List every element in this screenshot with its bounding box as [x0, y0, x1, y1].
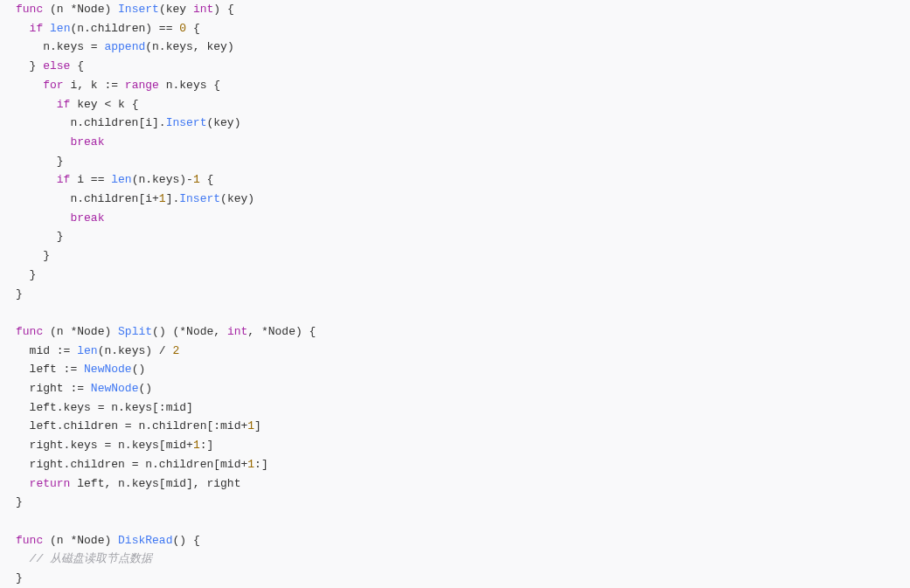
code-token: } [16, 59, 43, 73]
code-token: (key [159, 3, 193, 16]
code-token: // 从磁盘读取节点数据 [16, 552, 152, 565]
code-token: append [104, 40, 145, 53]
code-line[interactable]: break [16, 211, 104, 225]
code-line[interactable]: if i == len(n.keys)-1 { [16, 173, 213, 186]
code-token: n.keys [16, 40, 91, 53]
code-token [43, 22, 50, 35]
code-token [84, 382, 91, 395]
code-token: left, n.keys[mid], right [70, 477, 240, 490]
code-line[interactable]: left.children = n.children[:mid+1] [16, 419, 261, 432]
code-token: else [43, 59, 70, 73]
code-token: + [186, 439, 193, 452]
code-token: left.keys [16, 401, 98, 414]
code-token: = [91, 40, 98, 53]
code-token: func [16, 534, 43, 547]
code-token: Insert [118, 3, 159, 16]
code-line[interactable]: break [16, 135, 104, 149]
code-token: - [186, 173, 193, 186]
code-token: ] [254, 419, 261, 432]
code-token: Insert [179, 192, 220, 205]
code-token [16, 79, 43, 92]
code-token: } [16, 495, 23, 508]
code-line[interactable]: } [16, 287, 23, 301]
code-token: (n.keys) [98, 344, 159, 357]
code-line[interactable]: right.children = n.children[mid+1:] [16, 458, 268, 471]
code-token: n.children[i [16, 192, 152, 205]
code-token: Split [118, 325, 152, 338]
code-token: Node, [186, 325, 227, 338]
code-token [118, 79, 125, 92]
code-line[interactable]: right := NewNode() [16, 382, 152, 395]
code-token: i [70, 173, 90, 186]
code-token: n.children[mid [138, 458, 240, 471]
code-token: func [16, 325, 43, 338]
code-token: Node) [77, 325, 118, 338]
code-line[interactable]: } [16, 268, 36, 281]
code-token: mid [16, 344, 57, 357]
code-token: n.keys { [159, 79, 220, 92]
code-line[interactable]: right.keys = n.keys[mid+1:] [16, 439, 213, 452]
code-token: DiskRead [118, 534, 172, 547]
code-token: n.keys[:mid] [104, 401, 192, 414]
code-token: left [16, 363, 64, 376]
code-line[interactable]: left := NewNode() [16, 363, 145, 376]
code-token: { [186, 22, 200, 35]
code-token [16, 98, 57, 111]
code-line[interactable]: func (n *Node) DiskRead() { [16, 534, 200, 547]
code-line[interactable]: return left, n.keys[mid], right [16, 477, 240, 490]
code-token: == [91, 173, 105, 186]
code-token [16, 173, 57, 186]
code-token: if [30, 22, 44, 35]
code-line[interactable]: } [16, 249, 50, 262]
code-line[interactable]: n.children[i].Insert(key) [16, 116, 240, 129]
code-token: if [57, 98, 71, 111]
code-token: + [152, 192, 159, 205]
code-token: return [30, 477, 71, 490]
code-token: :] [254, 458, 268, 471]
code-line[interactable]: n.children[i+1].Insert(key) [16, 192, 254, 205]
code-token: () { [172, 534, 199, 547]
code-line[interactable]: // 从磁盘读取节点数据 [16, 552, 152, 565]
code-token: } [16, 287, 23, 301]
code-token: * [179, 325, 186, 338]
code-token: () ( [152, 325, 179, 338]
code-block[interactable]: func (n *Node) Insert(key int) { if len(… [0, 0, 910, 588]
code-line[interactable]: } [16, 571, 23, 585]
code-line[interactable]: for i, k := range n.keys { [16, 79, 220, 92]
code-line[interactable]: mid := len(n.keys) / 2 [16, 344, 179, 357]
code-token: } [16, 230, 64, 243]
code-token: NewNode [84, 363, 132, 376]
code-token [16, 22, 30, 35]
code-token: right.keys [16, 439, 104, 452]
code-line[interactable]: left.keys = n.keys[:mid] [16, 401, 193, 414]
code-token: 0 [179, 22, 186, 35]
code-line[interactable]: if len(n.children) == 0 { [16, 22, 200, 35]
code-token: NewNode [91, 382, 139, 395]
code-line[interactable]: func (n *Node) Split() (*Node, int, *Nod… [16, 325, 316, 338]
code-token: = [125, 419, 132, 432]
code-line[interactable]: if key < k { [16, 98, 138, 111]
code-token: Node) [77, 3, 118, 16]
code-token: 1 [247, 419, 254, 432]
code-token: () [132, 363, 146, 376]
code-token: int [227, 325, 247, 338]
code-token [16, 477, 30, 490]
code-token: 2 [172, 344, 179, 357]
code-token: } [16, 571, 23, 585]
code-token: 1 [159, 192, 166, 205]
code-line[interactable]: } [16, 155, 64, 168]
code-token: n.children[:mid [132, 419, 241, 432]
code-token: for [43, 79, 63, 92]
code-line[interactable]: } [16, 495, 23, 508]
code-line[interactable]: n.keys = append(n.keys, key) [16, 40, 234, 53]
code-token: (key) [206, 116, 240, 129]
code-token: * [261, 325, 268, 338]
code-token: len [77, 344, 97, 357]
code-token: left.children [16, 419, 125, 432]
code-line[interactable]: } else { [16, 59, 84, 73]
code-token: := [64, 363, 78, 376]
code-line[interactable]: } [16, 230, 64, 243]
code-line[interactable]: func (n *Node) Insert(key int) { [16, 3, 234, 16]
code-token: Node) [77, 534, 118, 547]
code-token: k { [111, 98, 138, 111]
